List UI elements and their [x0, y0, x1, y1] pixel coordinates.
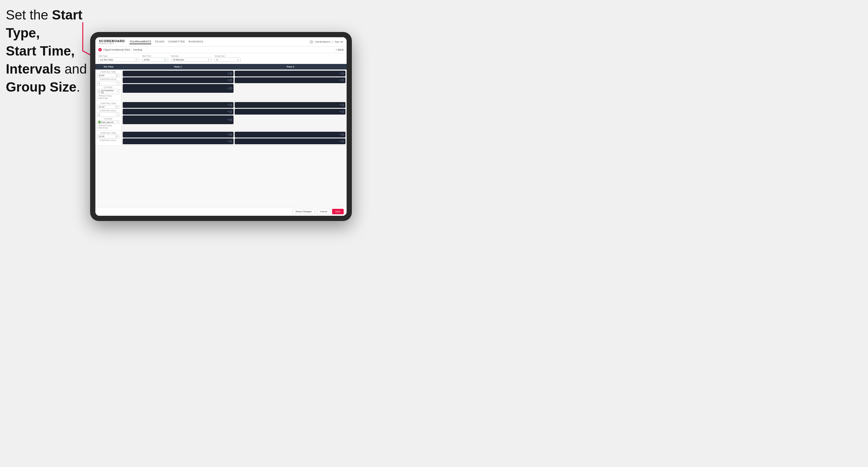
breadcrumb-section: Hosting [133, 48, 142, 51]
slot-circle-5-1[interactable] [230, 133, 232, 136]
nav-link-committee[interactable]: COMMITTEE [168, 39, 185, 44]
intervals-label: Intervals [171, 55, 212, 57]
course-icon-2 [98, 121, 101, 123]
starting-hole-input-2[interactable]: 1 ▲▼ [97, 112, 120, 117]
starting-time-label-1: STARTING TIME: [97, 71, 120, 73]
remove-group-1[interactable]: ○ Remove Group [97, 95, 120, 97]
group-size-group: Group Size 3 ▼ [215, 55, 241, 62]
table-header: Tee Time Team 1 Team 2 [95, 64, 347, 69]
slot-x-course-3[interactable]: ✕ [227, 119, 229, 121]
add-group-1[interactable]: + Add Group [97, 97, 120, 99]
reset-button[interactable]: Reset Changes [292, 209, 315, 214]
player-slot-2-2: ✕ [235, 77, 345, 83]
slot-x-4-2[interactable]: ✕ [339, 111, 341, 113]
remove-group-2[interactable]: ○ Remove Group [97, 124, 120, 126]
player-slot-6-1: ✕ [235, 132, 345, 137]
add-group-2[interactable]: + Add Group [97, 127, 120, 129]
player-slot-3-2: ✕ [123, 109, 234, 115]
group-size-chevron: ▼ [237, 59, 239, 61]
slot-x-6-2[interactable]: ✕ [339, 140, 341, 143]
back-button[interactable]: < Back [336, 48, 344, 51]
course-tag-2[interactable]: East Lake GC ✕ [97, 120, 120, 124]
nav-separator: | [332, 40, 333, 43]
slot-circle-4-2[interactable] [342, 111, 344, 113]
slot-x-4-1[interactable]: ✕ [339, 104, 341, 106]
instruction-bold-group-size: Group Size [6, 80, 76, 94]
team2-col-3: ✕ ✕ [235, 132, 345, 144]
slot-x-2-2[interactable]: ✕ [339, 79, 341, 82]
slot-x-6-1[interactable]: ✕ [339, 133, 341, 136]
nav-link-rankings[interactable]: RANKINGS [188, 39, 203, 44]
slot-x-3-1[interactable]: ✕ [227, 104, 229, 106]
slot-circle-course-3[interactable] [230, 119, 232, 121]
settings-row: Start Type 1st Tee Start ▼ Start Time 10… [95, 53, 347, 64]
footer-bar: Reset Changes Cancel Save [95, 207, 347, 216]
nav-right: blair@clippd.io | Sign out [309, 40, 343, 44]
slot-circle-1-1[interactable] [230, 72, 232, 75]
team2-header: Team 2 [234, 64, 347, 69]
slot-circle-3-1[interactable] [230, 104, 232, 106]
instruction-period: . [76, 80, 80, 94]
course-name-2: East Lake GC [101, 121, 114, 123]
slot-x-course-1[interactable]: ✕ [227, 87, 229, 90]
starting-time-input-1[interactable]: 10:00 🕐 [97, 73, 120, 77]
slot-x-1-1[interactable]: ✕ [227, 72, 229, 75]
player-slot-1-course: ✕ [123, 84, 234, 93]
start-time-label: Start Time [142, 55, 168, 57]
player-slot-6-2: ✕ [235, 138, 345, 144]
remove-circle-2: ○ [97, 124, 98, 126]
nav-link-teams[interactable]: TEAMS [155, 39, 164, 44]
slot-x-5-2[interactable]: ✕ [227, 140, 229, 143]
top-nav: SCOREBOARD Powered by clipp.io TOURNAMEN… [95, 37, 347, 46]
breadcrumb-separator: › [131, 48, 132, 51]
slot-circle-6-2[interactable] [342, 140, 344, 143]
course-icon-1 [98, 90, 100, 93]
team2-col-1: ✕ ✕ [235, 71, 345, 99]
group-right-2: ✕ ✕ ✕ [122, 101, 347, 130]
starting-time-input-3[interactable]: 10:20 🕐 [97, 135, 120, 138]
starting-hole-label-3: STARTING HOLE: [97, 139, 120, 141]
slot-circle-6-1[interactable] [342, 133, 344, 136]
clock-icon-2: 🕐 [116, 106, 118, 108]
starting-time-label-2: STARTING TIME: [97, 102, 120, 104]
slot-circle-1-2[interactable] [230, 79, 232, 82]
group-size-select[interactable]: 3 ▼ [215, 58, 241, 62]
course-remove-1[interactable]: ✕ [117, 90, 118, 93]
tablet-screen: SCOREBOARD Powered by clipp.io TOURNAMEN… [95, 37, 347, 216]
course-label-1: COURSE: [97, 86, 120, 88]
nav-link-tournaments[interactable]: TOURNAMENTS [129, 39, 151, 44]
slot-circle-5-2[interactable] [230, 140, 232, 143]
team1-header: Team 1 [122, 64, 234, 69]
starting-time-input-2[interactable]: 10:10 🕐 [97, 105, 120, 109]
slot-x-2-1[interactable]: ✕ [339, 72, 341, 75]
slot-x-1-2[interactable]: ✕ [227, 79, 229, 82]
start-time-select[interactable]: 10:00 🕐 [142, 58, 168, 62]
starting-hole-input-1[interactable]: 1 ▲▼ [97, 81, 120, 86]
remove-circle-1: ○ [97, 95, 98, 97]
team1-col-1: ✕ ✕ ✕ [123, 71, 234, 99]
intervals-select[interactable]: 10 Minutes ▼ [171, 58, 212, 62]
nav-links: TOURNAMENTS TEAMS COMMITTEE RANKINGS [129, 39, 309, 44]
instruction-bold-start-time: Start Time, [6, 43, 75, 58]
cancel-button[interactable]: Cancel [317, 209, 330, 214]
slot-circle-2-2[interactable] [342, 79, 344, 82]
slot-circle-3-2[interactable] [230, 111, 232, 113]
starting-hole-label-1: STARTING HOLE: [97, 78, 120, 80]
start-type-label: Start Type [98, 55, 139, 57]
save-button[interactable]: Save [332, 209, 344, 214]
slot-circle-2-1[interactable] [342, 72, 344, 75]
start-type-select[interactable]: 1st Tee Start ▼ [98, 58, 139, 62]
breadcrumb-tournament[interactable]: Clippd Invitational (Me) [103, 48, 130, 51]
slot-x-5-1[interactable]: ✕ [227, 133, 229, 136]
intervals-chevron: ▼ [208, 59, 210, 61]
course-tag-1[interactable]: (A) Peachtree GC ✕ [97, 89, 120, 94]
slot-x-3-2[interactable]: ✕ [227, 111, 229, 113]
slot-circle-4-1[interactable] [342, 104, 344, 106]
course-remove-2[interactable]: ✕ [117, 121, 118, 123]
clock-icon-1: 🕐 [116, 74, 118, 77]
breadcrumb-bar: C Clippd Invitational (Me) › Hosting < B… [95, 46, 347, 53]
team1-col-2: ✕ ✕ ✕ [123, 102, 234, 129]
sign-out-link[interactable]: Sign out [335, 40, 343, 43]
intervals-value: 10 Minutes [173, 58, 184, 61]
slot-circle-course-1[interactable] [230, 87, 232, 90]
